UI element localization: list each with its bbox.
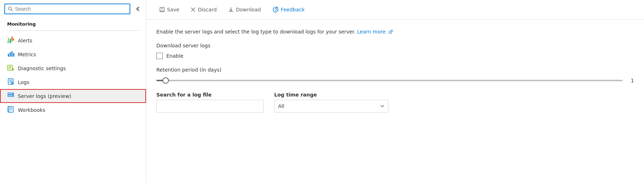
sidebar-item-workbooks-label: Workbooks	[18, 107, 45, 113]
time-range-group: Log time range All Last hour Last 24 hou…	[274, 92, 388, 113]
slider-wrapper	[156, 76, 623, 85]
sidebar-item-metrics[interactable]: Metrics	[0, 47, 146, 61]
logs-icon	[7, 78, 14, 86]
download-button[interactable]: Download	[222, 4, 267, 15]
svg-rect-12	[10, 52, 11, 57]
search-bar	[0, 0, 146, 18]
search-log-label: Search for a log file	[156, 92, 263, 98]
enable-checkbox-row: Enable	[156, 53, 634, 59]
svg-rect-33	[9, 106, 13, 112]
download-section-label: Download server logs	[156, 43, 634, 48]
sidebar-item-alerts[interactable]: ! Alerts	[0, 33, 146, 47]
sidebar-item-diagnostic[interactable]: ✓ Diagnostic settings	[0, 61, 146, 75]
discard-icon	[191, 7, 196, 12]
feedback-icon	[272, 6, 279, 13]
alerts-icon: !	[7, 36, 14, 45]
slider-thumb[interactable]	[162, 77, 169, 84]
sidebar-item-diagnostic-label: Diagnostic settings	[18, 66, 66, 71]
download-icon	[228, 7, 234, 12]
discard-button[interactable]: Discard	[185, 4, 222, 15]
time-range-select-wrapper: All Last hour Last 24 hours Last 7 days …	[274, 100, 388, 113]
sidebar-item-server-logs[interactable]: Server logs (preview)	[0, 89, 146, 103]
sidebar-item-logs[interactable]: Logs	[0, 75, 146, 89]
slider-track	[156, 80, 623, 81]
server-logs-icon	[7, 92, 14, 100]
slider-value: 1	[627, 78, 634, 83]
svg-text:✓: ✓	[12, 68, 14, 71]
sidebar-section-label: Monitoring	[0, 18, 146, 29]
svg-rect-14	[13, 53, 14, 57]
time-range-select[interactable]: All Last hour Last 24 hours Last 7 days …	[274, 100, 388, 113]
svg-point-30	[12, 93, 13, 94]
search-input[interactable]	[15, 6, 127, 12]
sidebar-item-workbooks[interactable]: Workbooks	[0, 103, 146, 117]
svg-point-42	[273, 7, 278, 12]
retention-label: Retention period (in days)	[156, 67, 634, 73]
svg-rect-8	[10, 39, 11, 43]
sidebar-divider	[7, 30, 139, 31]
slider-row: 1	[156, 76, 634, 85]
retention-section: Retention period (in days) 1	[156, 67, 634, 85]
sidebar-scroll: Monitoring ! Alerts	[0, 18, 146, 182]
feedback-button[interactable]: Feedback	[267, 4, 311, 16]
main-content: Save Discard Download Feedbac	[146, 0, 644, 182]
sidebar-item-alerts-label: Alerts	[18, 38, 32, 43]
sidebar: Monitoring ! Alerts	[0, 0, 146, 182]
time-range-label: Log time range	[274, 92, 388, 98]
svg-text:!: !	[13, 38, 14, 40]
svg-rect-38	[161, 7, 163, 9]
toolbar: Save Discard Download Feedbac	[146, 0, 644, 20]
search-log-input[interactable]	[156, 100, 263, 113]
svg-rect-7	[7, 41, 9, 43]
sidebar-item-server-logs-label: Server logs (preview)	[18, 93, 71, 99]
svg-point-31	[12, 95, 13, 96]
save-icon	[159, 7, 165, 12]
save-button[interactable]: Save	[154, 4, 185, 15]
search-input-wrapper[interactable]	[4, 4, 130, 14]
svg-rect-39	[160, 10, 164, 11]
svg-point-43	[275, 11, 276, 11]
learn-more-link[interactable]: Learn more	[357, 29, 393, 35]
workbooks-icon	[7, 106, 14, 114]
sidebar-item-logs-label: Logs	[18, 79, 29, 85]
svg-rect-11	[8, 54, 9, 57]
sidebar-item-metrics-label: Metrics	[18, 52, 36, 57]
external-link-icon	[388, 30, 393, 34]
enable-checkbox[interactable]	[156, 53, 163, 59]
log-file-search-group: Search for a log file	[156, 92, 263, 113]
enable-label: Enable	[166, 53, 183, 59]
svg-rect-13	[11, 51, 12, 57]
search-filter-row: Search for a log file Log time range All…	[156, 92, 634, 113]
metrics-icon	[7, 50, 14, 58]
content-area: Enable the server logs and select the lo…	[146, 20, 644, 182]
diagnostic-icon: ✓	[7, 64, 14, 72]
search-icon	[8, 6, 13, 11]
svg-line-1	[11, 10, 12, 11]
collapse-sidebar-button[interactable]	[133, 5, 142, 13]
description-text: Enable the server logs and select the lo…	[156, 28, 634, 36]
